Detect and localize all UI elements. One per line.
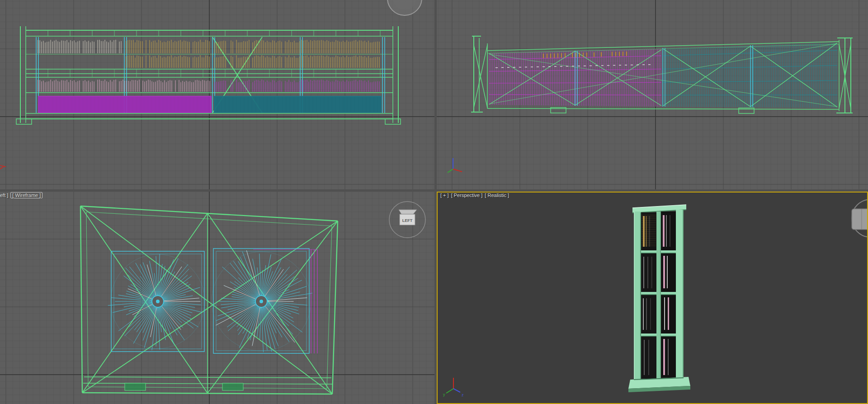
viewport-menu-label[interactable]: [ + ] xyxy=(440,193,449,198)
axis-gizmo-fragment xyxy=(0,165,6,169)
viewport-top-right[interactable] xyxy=(437,0,868,189)
svg-text:z: z xyxy=(462,393,464,397)
viewport-label-left: eft ][ Wireframe ] xyxy=(0,193,45,198)
svg-text:LEFT: LEFT xyxy=(402,218,413,223)
svg-text:y: y xyxy=(443,392,445,397)
shading-mode-label[interactable]: [ Realistic ] xyxy=(485,193,509,198)
viewport-grid-lines xyxy=(0,0,434,189)
viewport-left-view[interactable]: LEFT eft ][ Wireframe ] xyxy=(0,192,434,404)
viewport-label-perspective: [ + ][ Perspective ][ Realistic ] xyxy=(440,193,511,198)
top-right-wireframe-scene xyxy=(437,0,868,189)
viewport-perspective[interactable]: yz [ + ][ Perspective ][ Realistic ] xyxy=(437,192,868,404)
viewport-grid-lines xyxy=(0,192,434,404)
viewport-name-label[interactable]: [ Perspective ] xyxy=(451,193,483,198)
left-view-wireframe-scene: LEFT xyxy=(0,192,434,404)
shading-mode-label[interactable]: [ Wireframe ] xyxy=(10,192,42,198)
world-axis-gizmo xyxy=(448,158,462,173)
cd-rack-angled-wireframe xyxy=(471,36,853,113)
cd-tower-realistic xyxy=(628,205,690,392)
viewport-top-left[interactable] xyxy=(0,0,434,189)
viewport-quad-layout: LEFT eft ][ Wireframe ] yz [ + ][ Perspe… xyxy=(0,0,868,404)
top-left-wireframe-scene xyxy=(0,0,434,189)
viewport-name-label[interactable]: eft ] xyxy=(0,193,8,198)
perspective-realistic-scene: yz xyxy=(437,192,868,404)
